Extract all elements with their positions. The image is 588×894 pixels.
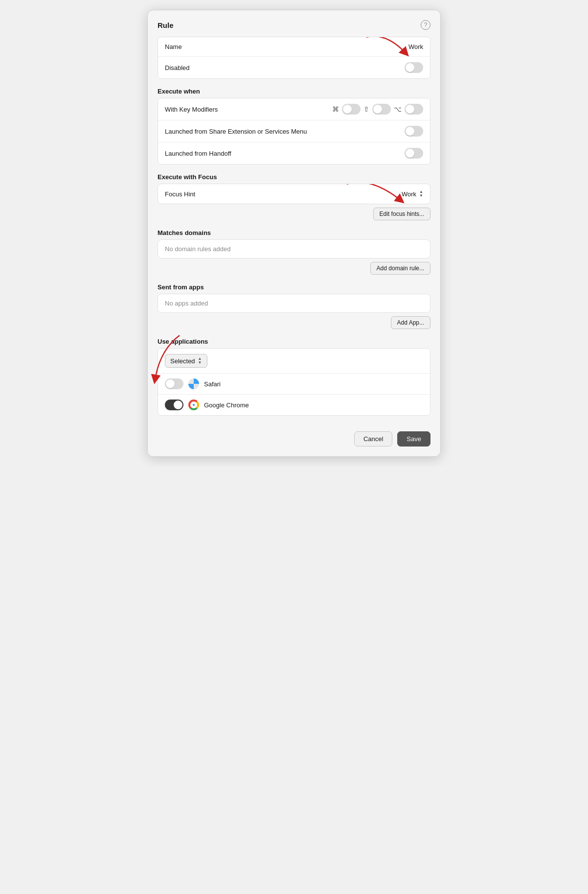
focus-hint-label: Focus Hint [165,190,195,198]
disabled-toggle[interactable] [405,62,423,73]
chrome-icon [188,400,199,410]
disabled-label: Disabled [165,64,190,71]
window-header: Rule ? [158,20,430,30]
add-app-button[interactable]: Add App... [391,316,430,329]
save-button[interactable]: Save [397,431,430,447]
use-applications-section: Use applications [158,338,430,345]
cancel-button[interactable]: Cancel [354,431,392,447]
share-extension-toggle[interactable] [405,126,423,137]
option-toggle[interactable] [405,104,423,115]
name-row: Name Work [158,37,430,57]
safari-app-name: Safari [204,380,221,388]
safari-app-row: Safari [158,374,430,395]
focus-hint-stepper[interactable]: ▲ ▼ [419,190,423,198]
key-modifiers-label: With Key Modifiers [165,106,218,113]
execute-with-focus-card: Focus Hint Work ▲ ▼ [158,184,430,204]
footer: Cancel Save [158,426,430,447]
focus-hint-value: Work [402,190,416,198]
rule-card: Name Work Disabled [158,37,430,79]
use-applications-dropdown-row: Selected ▲ ▼ [158,349,430,374]
cmd-symbol: ⌘ [332,105,339,113]
no-apps-text: No apps added [158,294,430,312]
share-extension-label: Launched from Share Extension or Service… [165,128,307,135]
execute-with-focus-title: Execute with Focus [158,173,430,181]
chrome-app-row: Google Chrome [158,395,430,415]
help-button[interactable]: ? [421,20,430,30]
dropdown-stepper: ▲ ▼ [198,357,202,365]
matches-domains-title: Matches domains [158,229,430,236]
edit-focus-hints-button[interactable]: Edit focus hints... [373,208,430,220]
dropdown-down-icon: ▼ [198,361,202,365]
rule-window: Rule ? Name Work Disabled Execute when W… [147,10,441,457]
safari-icon [188,378,199,389]
handoff-toggle[interactable] [405,148,423,159]
disabled-row: Disabled [158,57,430,78]
edit-focus-hints-row: Edit focus hints... [158,208,430,220]
name-value[interactable]: Work [408,43,423,50]
chrome-center-dot [192,403,196,407]
chrome-app-name: Google Chrome [204,401,249,409]
shift-symbol: ⇧ [363,105,369,113]
handoff-row: Launched from Handoff [158,142,430,164]
focus-hint-row: Focus Hint Work ▲ ▼ [158,184,430,204]
execute-when-card: With Key Modifiers ⌘ ⇧ ⌥ Launched from S… [158,98,430,165]
use-applications-dropdown-value: Selected [170,357,195,365]
use-applications-card: Selected ▲ ▼ Safari Google Chrome [158,348,430,416]
stepper-down-icon: ▼ [419,194,423,198]
cmd-toggle[interactable] [342,104,361,115]
use-applications-title: Use applications [158,338,430,345]
focus-hint-value-group[interactable]: Work ▲ ▼ [402,190,423,198]
sent-from-apps-title: Sent from apps [158,283,430,291]
safari-toggle[interactable] [165,378,183,389]
execute-when-title: Execute when [158,88,430,95]
matches-domains-card: No domain rules added [158,239,430,259]
sent-from-apps-card: No apps added [158,294,430,313]
option-symbol: ⌥ [394,105,402,113]
handoff-label: Launched from Handoff [165,150,231,157]
window-title: Rule [158,21,174,29]
shift-toggle[interactable] [372,104,391,115]
add-domain-rule-button[interactable]: Add domain rule... [370,262,430,275]
name-label: Name [165,43,182,50]
share-extension-row: Launched from Share Extension or Service… [158,120,430,142]
modifiers-group: ⌘ ⇧ ⌥ [332,104,423,115]
use-applications-dropdown[interactable]: Selected ▲ ▼ [165,354,207,368]
chrome-toggle[interactable] [165,400,183,410]
no-domain-rules-text: No domain rules added [158,240,430,258]
add-app-row: Add App... [158,316,430,329]
key-modifiers-row: With Key Modifiers ⌘ ⇧ ⌥ [158,98,430,120]
add-domain-rule-row: Add domain rule... [158,262,430,275]
